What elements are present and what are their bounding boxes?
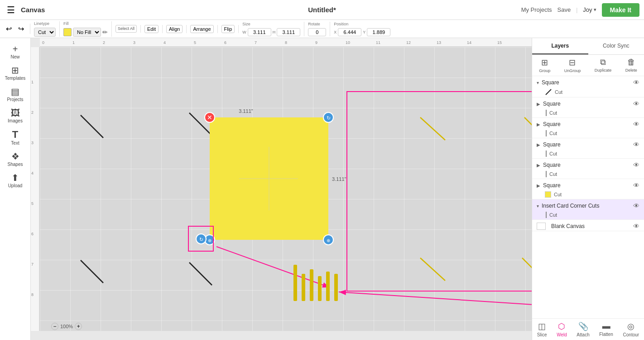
svg-text:7: 7 xyxy=(31,262,34,267)
flip-button[interactable]: Flip xyxy=(221,25,235,33)
layer-chevron-icon[interactable]: ▾ xyxy=(537,204,539,209)
layer-eye-icon[interactable]: 👁 xyxy=(633,161,639,169)
height-input[interactable] xyxy=(277,28,300,36)
project-title: Untitled* xyxy=(308,6,336,14)
layer-name: Blank Canvas xyxy=(551,223,630,229)
menu-button[interactable]: ☰ xyxy=(5,4,17,16)
flatten-tool[interactable]: ▬ Flatten xyxy=(599,321,613,337)
layer-chevron-icon[interactable]: ▶ xyxy=(537,183,540,188)
layer-name: Square xyxy=(543,182,630,189)
slice-tool[interactable]: ◫ Slice xyxy=(537,321,547,337)
machine-selector[interactable]: Joy ▾ xyxy=(583,6,596,13)
layer-line-icon xyxy=(546,110,547,116)
svg-text:8: 8 xyxy=(31,292,34,297)
layer-item-insert-card[interactable]: ▾ Insert Card Corner Cuts 👁 Cut xyxy=(532,199,644,220)
layer-eye-icon[interactable]: 👁 xyxy=(633,100,639,107)
zoom-level-label: 100% xyxy=(60,324,73,329)
tab-color-sync[interactable]: Color Sync xyxy=(588,38,644,54)
duplicate-action[interactable]: ⧉ Duplicate xyxy=(595,58,612,73)
fill-select[interactable]: No Fill xyxy=(73,28,101,37)
ungroup-action[interactable]: ⊟ UnGroup xyxy=(564,58,581,73)
select-all-button[interactable]: Select All xyxy=(115,25,137,33)
svg-text:4: 4 xyxy=(163,40,166,45)
redo-button[interactable]: ↪ xyxy=(16,24,26,34)
undo-button[interactable]: ↩ xyxy=(4,24,14,34)
zoom-controls: − 100% + xyxy=(51,323,82,330)
layer-item-blank-canvas[interactable]: Blank Canvas 👁 xyxy=(532,220,644,231)
svg-text:7: 7 xyxy=(255,40,257,45)
weld-label: Weld xyxy=(557,332,567,337)
zoom-plus-button[interactable]: + xyxy=(75,323,82,330)
images-icon: 🖼 xyxy=(11,108,20,117)
svg-text:12: 12 xyxy=(406,40,411,45)
main-area: + New ⊞ Templates ▤ Projects 🖼 Images T … xyxy=(0,38,644,340)
make-it-button[interactable]: Make It xyxy=(602,3,639,17)
sidebar-item-images[interactable]: 🖼 Images xyxy=(2,106,29,126)
y-input[interactable] xyxy=(367,28,390,36)
align-button[interactable]: Align xyxy=(166,25,183,33)
my-projects-link[interactable]: My Projects xyxy=(521,6,552,13)
layer-item[interactable]: ▶ Square 👁 Cut xyxy=(532,118,644,138)
position-label: Position xyxy=(334,22,348,26)
layer-chevron-icon[interactable]: ▶ xyxy=(537,102,540,107)
bottom-toolbar: ◫ Slice ⬡ Weld 📎 Attach ▬ Flatten ◎ Cont… xyxy=(532,318,644,340)
svg-line-63 xyxy=(546,89,551,95)
layer-item[interactable]: ▶ Square 👁 Cut xyxy=(532,159,644,179)
layer-eye-icon[interactable]: 👁 xyxy=(633,202,639,209)
x-input[interactable] xyxy=(338,28,361,36)
save-button[interactable]: Save xyxy=(557,6,571,13)
layer-eye-icon[interactable]: 👁 xyxy=(633,121,639,128)
layer-item[interactable]: ▶ Square 👁 Cut xyxy=(532,179,644,199)
layer-name: Insert Card Corner Cuts xyxy=(542,203,630,209)
layer-line-icon xyxy=(546,151,547,157)
sidebar-item-new[interactable]: + New xyxy=(2,42,29,62)
fill-color-swatch[interactable] xyxy=(63,28,72,36)
layer-eye-icon[interactable]: 👁 xyxy=(633,79,639,86)
ungroup-label: UnGroup xyxy=(564,68,581,73)
linetype-label: Linetype xyxy=(34,21,49,26)
sidebar-item-templates[interactable]: ⊞ Templates xyxy=(2,63,29,83)
weld-tool[interactable]: ⬡ Weld xyxy=(557,321,567,337)
layer-item[interactable]: ▶ Square 👁 Cut xyxy=(532,97,644,118)
layer-name: Square xyxy=(543,121,630,127)
svg-text:1: 1 xyxy=(72,40,75,45)
attach-tool[interactable]: 📎 Attach xyxy=(577,321,589,337)
delete-action[interactable]: 🗑 Delete xyxy=(625,58,637,73)
layer-item[interactable]: ▾ Square 👁 Cut xyxy=(532,76,644,97)
arrange-button[interactable]: Arrange xyxy=(190,25,213,33)
zoom-minus-button[interactable]: − xyxy=(51,323,58,330)
machine-chevron-icon: ▾ xyxy=(594,7,596,13)
layer-item[interactable]: ▶ Square 👁 Cut xyxy=(532,138,644,159)
sidebar-item-upload[interactable]: ⬆ Upload xyxy=(2,170,29,191)
layer-chevron-icon[interactable]: ▶ xyxy=(537,142,540,147)
shapes-icon: ❖ xyxy=(11,152,19,161)
panel-actions: ⊞ Group ⊟ UnGroup ⧉ Duplicate 🗑 Delete xyxy=(532,55,644,76)
layer-eye-icon[interactable]: 👁 xyxy=(633,182,639,189)
layer-eye-icon[interactable]: 👁 xyxy=(633,223,639,230)
linetype-select[interactable]: Cut xyxy=(34,28,56,37)
tab-layers[interactable]: Layers xyxy=(532,38,588,54)
layer-cut-label: Cut xyxy=(549,110,557,116)
sidebar-projects-label: Projects xyxy=(7,97,23,102)
rotate-input[interactable] xyxy=(308,28,326,36)
layer-chevron-icon[interactable]: ▶ xyxy=(537,122,540,127)
layer-cut-label: Cut xyxy=(549,212,557,218)
sidebar-item-text[interactable]: T Text xyxy=(2,127,29,148)
canvas-area[interactable]: 0 1 2 3 4 5 6 7 8 9 10 11 12 13 14 15 xyxy=(31,38,532,340)
sidebar-item-projects[interactable]: ▤ Projects xyxy=(2,84,29,105)
edit-button[interactable]: Edit xyxy=(144,25,159,33)
group-action[interactable]: ⊞ Group xyxy=(539,58,550,73)
layer-chevron-icon[interactable]: ▶ xyxy=(537,163,540,168)
layer-color-swatch xyxy=(545,191,551,198)
layer-chevron-icon[interactable]: ▾ xyxy=(537,80,539,85)
divider: | xyxy=(576,7,577,13)
sidebar-text-label: Text xyxy=(11,141,19,146)
svg-text:3: 3 xyxy=(133,40,135,45)
layer-name: Square xyxy=(543,101,630,107)
svg-text:5: 5 xyxy=(194,40,196,45)
canvas-background[interactable]: 3.111" 3.111" ✕ ↻ ⊕ ⊕ ↻ xyxy=(40,47,532,331)
width-input[interactable] xyxy=(248,28,271,36)
layer-eye-icon[interactable]: 👁 xyxy=(633,141,639,148)
contour-tool[interactable]: ◎ Contour xyxy=(623,321,639,337)
sidebar-item-shapes[interactable]: ❖ Shapes xyxy=(2,149,29,170)
